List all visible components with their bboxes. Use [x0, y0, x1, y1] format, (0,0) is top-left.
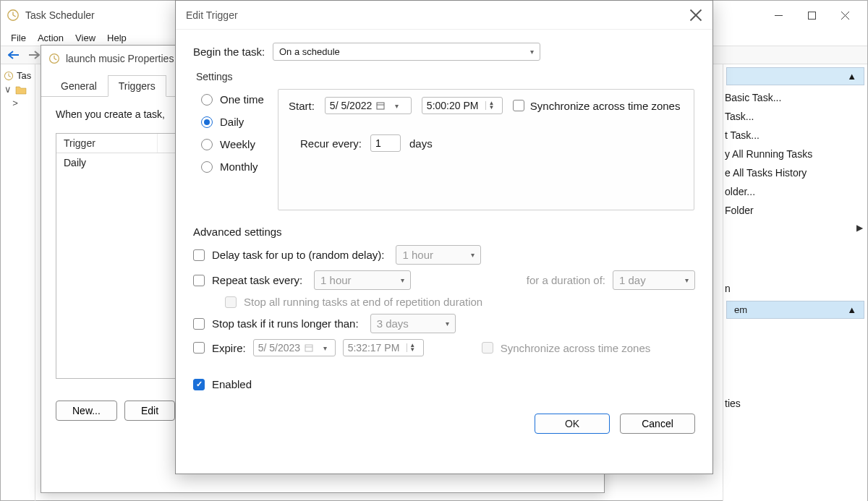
- svg-line-9: [9, 76, 11, 77]
- expire-time-input[interactable]: 5:32:17 PM ▲▼: [343, 339, 424, 356]
- delay-label: Delay task for up to (random delay):: [212, 249, 384, 261]
- expire-sync-checkbox: [482, 342, 493, 354]
- edit-button[interactable]: Edit: [124, 401, 175, 421]
- svg-rect-15: [377, 103, 384, 109]
- edit-body: Begin the task: On a schedule ▾ Settings…: [176, 30, 712, 406]
- begin-task-value: On a schedule: [279, 46, 340, 57]
- actions-pane: ▲ Basic Task... Task... t Task... y All …: [723, 64, 867, 501]
- expire-sync-label: Synchronize across time zones: [501, 342, 651, 354]
- clock-icon: [4, 71, 14, 81]
- menu-help[interactable]: Help: [107, 33, 127, 43]
- tab-triggers[interactable]: Triggers: [108, 75, 166, 97]
- tree-root-label: Tas: [17, 70, 31, 81]
- edit-title: Edit Trigger: [186, 9, 238, 21]
- stop-all-checkbox: [225, 296, 237, 308]
- action-item[interactable]: n: [723, 279, 867, 298]
- col-header-trigger[interactable]: Trigger: [56, 134, 158, 153]
- close-icon[interactable]: [689, 9, 702, 22]
- sync-tz-checkbox[interactable]: [513, 100, 524, 111]
- action-item[interactable]: e All Tasks History: [723, 163, 867, 182]
- start-date-input[interactable]: 5/ 5/2022 ▾: [325, 97, 412, 114]
- stop-if-combo[interactable]: 3 days▾: [370, 314, 456, 333]
- calendar-icon: [305, 343, 313, 352]
- calendar-icon: [376, 101, 385, 110]
- spinner-icon[interactable]: ▲▼: [407, 343, 415, 352]
- schedule-radio-group: One time Daily Weekly Monthly: [194, 89, 278, 210]
- stop-all-label: Stop all running tasks at end of repetit…: [244, 296, 482, 308]
- radio-weekly[interactable]: Weekly: [201, 138, 278, 150]
- edit-trigger-dialog: Edit Trigger Begin the task: On a schedu…: [175, 0, 713, 474]
- chevron-down-icon: ∨: [4, 84, 12, 95]
- action-item[interactable]: t Task...: [723, 126, 867, 145]
- cancel-button[interactable]: Cancel: [620, 414, 695, 434]
- ok-button[interactable]: OK: [535, 414, 610, 434]
- tab-general[interactable]: General: [50, 75, 108, 97]
- action-item[interactable]: Folder: [723, 201, 867, 220]
- expire-date-input[interactable]: 5/ 5/2023 ▾: [253, 339, 336, 356]
- close-button[interactable]: [828, 4, 861, 26]
- cell-trigger: Daily: [56, 153, 93, 172]
- properties-title: launch music Properties: [66, 53, 174, 64]
- delay-combo[interactable]: 1 hour▾: [396, 245, 481, 265]
- svg-rect-4: [808, 12, 815, 19]
- action-item[interactable]: y All Running Tasks: [723, 145, 867, 163]
- action-item[interactable]: older...: [723, 182, 867, 201]
- spinner-icon[interactable]: ▲▼: [485, 101, 494, 110]
- start-label: Start:: [289, 100, 315, 112]
- svg-line-2: [13, 15, 16, 17]
- expire-label: Expire:: [212, 342, 246, 354]
- minimize-button[interactable]: [762, 4, 795, 26]
- tree-child[interactable]: >: [4, 96, 32, 110]
- repeat-checkbox[interactable]: [193, 275, 205, 286]
- action-item[interactable]: Basic Task...: [723, 88, 867, 107]
- recur-label: Recur every:: [300, 137, 362, 150]
- new-button[interactable]: New...: [56, 401, 117, 421]
- begin-task-label: Begin the task:: [193, 46, 265, 58]
- svg-rect-17: [305, 345, 312, 351]
- nav-back-button[interactable]: [5, 47, 22, 63]
- radio-onetime[interactable]: One time: [201, 93, 278, 106]
- advanced-settings-label: Advanced settings: [193, 226, 695, 238]
- tree-expanded[interactable]: ∨: [4, 82, 32, 96]
- schedule-detail-box: Start: 5/ 5/2022 ▾ 5:00:20 PM ▲▼ Synchro…: [278, 89, 694, 210]
- duration-label: for a duration of:: [527, 274, 605, 286]
- folder-icon: [15, 85, 27, 95]
- tree-pane: Tas ∨ >: [1, 64, 35, 501]
- repeat-label: Repeat task every:: [212, 274, 302, 286]
- stop-if-checkbox[interactable]: [193, 318, 205, 330]
- actions-header[interactable]: ▲: [726, 67, 864, 85]
- sync-tz-label: Synchronize across time zones: [530, 100, 681, 112]
- settings-label: Settings: [196, 71, 695, 82]
- clock-icon: [7, 9, 20, 22]
- delay-checkbox[interactable]: [193, 249, 205, 261]
- repeat-combo[interactable]: 1 hour▾: [314, 270, 411, 290]
- chevron-right-icon: >: [11, 98, 20, 108]
- start-time-input[interactable]: 5:00:20 PM ▲▼: [422, 97, 503, 114]
- duration-combo[interactable]: 1 day▾: [613, 270, 695, 290]
- recur-unit: days: [409, 137, 433, 150]
- actions-subheader[interactable]: em▲: [726, 301, 864, 319]
- edit-titlebar: Edit Trigger: [176, 1, 712, 30]
- radio-monthly[interactable]: Monthly: [201, 160, 278, 173]
- menu-view[interactable]: View: [75, 33, 95, 43]
- action-item[interactable]: Task...: [723, 107, 867, 126]
- chevron-down-icon: ▾: [395, 102, 399, 110]
- recur-input[interactable]: [370, 134, 401, 152]
- radio-daily[interactable]: Daily: [201, 116, 278, 128]
- edit-footer: OK Cancel: [176, 406, 712, 445]
- tree-root[interactable]: Tas: [4, 69, 32, 82]
- app-title: Task Scheduler: [25, 9, 95, 21]
- svg-line-12: [54, 59, 56, 60]
- settings-box: One time Daily Weekly Monthly Start: 5/ …: [193, 88, 695, 211]
- enabled-label: Enabled: [212, 378, 252, 390]
- maximize-button[interactable]: [795, 4, 828, 26]
- enabled-checkbox[interactable]: [193, 379, 205, 390]
- begin-task-combo[interactable]: On a schedule ▾: [273, 43, 540, 61]
- expire-checkbox[interactable]: [193, 342, 205, 354]
- more-arrow-icon[interactable]: ▶: [723, 220, 867, 236]
- menu-file[interactable]: File: [11, 33, 26, 43]
- menu-action[interactable]: Action: [38, 33, 64, 43]
- action-item[interactable]: ties: [723, 394, 867, 413]
- clock-icon: [48, 53, 60, 64]
- stop-if-label: Stop task if it runs longer than:: [212, 317, 359, 330]
